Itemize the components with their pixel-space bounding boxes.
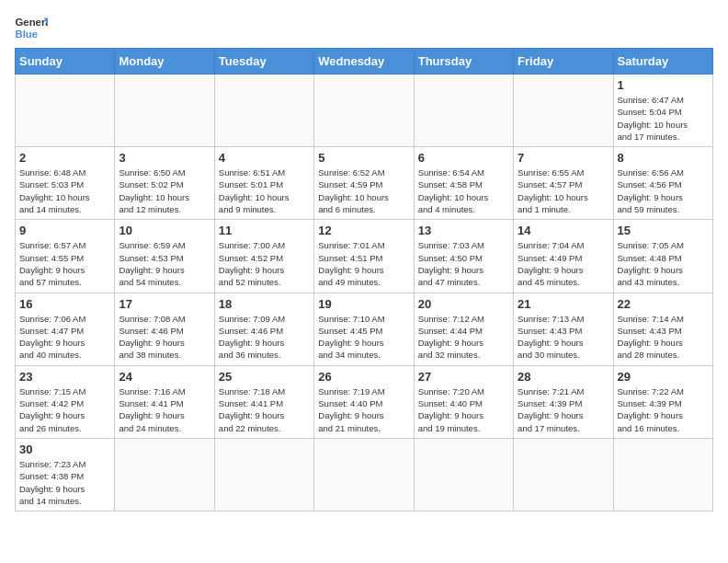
- calendar-cell: [115, 75, 214, 147]
- calendar-cell: 3Sunrise: 6:50 AM Sunset: 5:02 PM Daylig…: [115, 147, 214, 220]
- day-info: Sunrise: 7:05 AM Sunset: 4:48 PM Dayligh…: [618, 239, 709, 288]
- calendar-cell: 24Sunrise: 7:16 AM Sunset: 4:41 PM Dayli…: [115, 365, 214, 438]
- day-info: Sunrise: 6:47 AM Sunset: 5:04 PM Dayligh…: [618, 94, 709, 143]
- day-number: 13: [418, 224, 509, 237]
- calendar-cell: 26Sunrise: 7:19 AM Sunset: 4:40 PM Dayli…: [314, 365, 414, 438]
- weekday-header-sunday: Sunday: [16, 49, 115, 75]
- calendar-cell: 8Sunrise: 6:56 AM Sunset: 4:56 PM Daylig…: [613, 147, 712, 220]
- weekday-header-row: SundayMondayTuesdayWednesdayThursdayFrid…: [16, 49, 713, 75]
- day-number: 30: [19, 442, 110, 456]
- calendar-cell: [314, 438, 414, 511]
- calendar-cell: 19Sunrise: 7:10 AM Sunset: 4:45 PM Dayli…: [314, 293, 414, 365]
- calendar-cell: [514, 438, 613, 511]
- day-number: 29: [618, 370, 709, 384]
- day-info: Sunrise: 7:16 AM Sunset: 4:41 PM Dayligh…: [119, 385, 210, 434]
- day-number: 21: [518, 297, 609, 311]
- day-info: Sunrise: 7:22 AM Sunset: 4:39 PM Dayligh…: [618, 385, 709, 434]
- day-info: Sunrise: 7:18 AM Sunset: 4:41 PM Dayligh…: [219, 385, 310, 434]
- day-info: Sunrise: 7:00 AM Sunset: 4:52 PM Dayligh…: [219, 239, 310, 288]
- calendar-cell: 11Sunrise: 7:00 AM Sunset: 4:52 PM Dayli…: [214, 220, 313, 293]
- day-number: 16: [19, 297, 110, 311]
- calendar-cell: 5Sunrise: 6:52 AM Sunset: 4:59 PM Daylig…: [314, 147, 414, 220]
- calendar-cell: 7Sunrise: 6:55 AM Sunset: 4:57 PM Daylig…: [514, 147, 613, 220]
- calendar-cell: 25Sunrise: 7:18 AM Sunset: 4:41 PM Dayli…: [214, 365, 313, 438]
- day-number: 15: [618, 224, 709, 237]
- calendar-cell: [414, 438, 513, 511]
- day-number: 10: [119, 224, 210, 237]
- day-info: Sunrise: 7:09 AM Sunset: 4:46 PM Dayligh…: [219, 313, 310, 362]
- calendar-cell: [414, 75, 513, 147]
- calendar-cell: [314, 75, 414, 147]
- day-info: Sunrise: 6:59 AM Sunset: 4:53 PM Dayligh…: [119, 239, 210, 288]
- calendar-cell: 16Sunrise: 7:06 AM Sunset: 4:47 PM Dayli…: [16, 293, 115, 365]
- calendar-cell: [214, 438, 313, 511]
- week-row-2: 9Sunrise: 6:57 AM Sunset: 4:55 PM Daylig…: [16, 220, 713, 293]
- calendar-cell: 21Sunrise: 7:13 AM Sunset: 4:43 PM Dayli…: [514, 293, 613, 365]
- day-number: 26: [318, 370, 409, 384]
- calendar-cell: 18Sunrise: 7:09 AM Sunset: 4:46 PM Dayli…: [214, 293, 313, 365]
- calendar-cell: [115, 438, 214, 511]
- calendar-cell: 1Sunrise: 6:47 AM Sunset: 5:04 PM Daylig…: [613, 75, 712, 147]
- calendar-cell: 28Sunrise: 7:21 AM Sunset: 4:39 PM Dayli…: [514, 365, 613, 438]
- day-number: 6: [418, 151, 509, 165]
- day-info: Sunrise: 7:01 AM Sunset: 4:51 PM Dayligh…: [318, 239, 409, 288]
- day-info: Sunrise: 7:19 AM Sunset: 4:40 PM Dayligh…: [318, 385, 409, 434]
- day-number: 4: [219, 151, 310, 165]
- week-row-3: 16Sunrise: 7:06 AM Sunset: 4:47 PM Dayli…: [16, 293, 713, 365]
- day-info: Sunrise: 7:10 AM Sunset: 4:45 PM Dayligh…: [318, 313, 409, 362]
- calendar-cell: 4Sunrise: 6:51 AM Sunset: 5:01 PM Daylig…: [214, 147, 313, 220]
- calendar-cell: 15Sunrise: 7:05 AM Sunset: 4:48 PM Dayli…: [613, 220, 712, 293]
- day-info: Sunrise: 6:51 AM Sunset: 5:01 PM Dayligh…: [219, 167, 310, 215]
- logo: General Blue: [15, 15, 48, 40]
- calendar-cell: [16, 75, 115, 147]
- generalblue-logo-icon: General Blue: [15, 15, 48, 40]
- calendar-cell: 13Sunrise: 7:03 AM Sunset: 4:50 PM Dayli…: [414, 220, 513, 293]
- day-number: 5: [318, 151, 409, 165]
- day-info: Sunrise: 7:08 AM Sunset: 4:46 PM Dayligh…: [119, 313, 210, 362]
- day-number: 28: [518, 370, 609, 384]
- day-number: 14: [518, 224, 609, 237]
- day-number: 25: [219, 370, 310, 384]
- svg-text:Blue: Blue: [16, 29, 39, 40]
- day-number: 8: [618, 151, 709, 165]
- day-number: 9: [19, 224, 110, 237]
- calendar-table: SundayMondayTuesdayWednesdayThursdayFrid…: [15, 48, 713, 511]
- day-number: 19: [318, 297, 409, 311]
- calendar-cell: 23Sunrise: 7:15 AM Sunset: 4:42 PM Dayli…: [16, 365, 115, 438]
- week-row-0: 1Sunrise: 6:47 AM Sunset: 5:04 PM Daylig…: [16, 75, 713, 147]
- day-info: Sunrise: 6:56 AM Sunset: 4:56 PM Dayligh…: [618, 167, 709, 215]
- weekday-header-tuesday: Tuesday: [214, 49, 313, 75]
- day-info: Sunrise: 6:48 AM Sunset: 5:03 PM Dayligh…: [19, 167, 110, 215]
- weekday-header-monday: Monday: [115, 49, 214, 75]
- calendar-cell: 20Sunrise: 7:12 AM Sunset: 4:44 PM Dayli…: [414, 293, 513, 365]
- calendar-cell: 2Sunrise: 6:48 AM Sunset: 5:03 PM Daylig…: [16, 147, 115, 220]
- calendar-cell: 27Sunrise: 7:20 AM Sunset: 4:40 PM Dayli…: [414, 365, 513, 438]
- day-number: 22: [618, 297, 709, 311]
- day-info: Sunrise: 7:20 AM Sunset: 4:40 PM Dayligh…: [418, 385, 509, 434]
- weekday-header-saturday: Saturday: [613, 49, 712, 75]
- weekday-header-wednesday: Wednesday: [314, 49, 414, 75]
- day-info: Sunrise: 6:52 AM Sunset: 4:59 PM Dayligh…: [318, 167, 409, 215]
- calendar-cell: 22Sunrise: 7:14 AM Sunset: 4:43 PM Dayli…: [613, 293, 712, 365]
- day-number: 2: [19, 151, 110, 165]
- calendar-cell: [514, 75, 613, 147]
- day-info: Sunrise: 7:13 AM Sunset: 4:43 PM Dayligh…: [518, 313, 609, 362]
- day-info: Sunrise: 6:50 AM Sunset: 5:02 PM Dayligh…: [119, 167, 210, 215]
- weekday-header-friday: Friday: [514, 49, 613, 75]
- day-number: 11: [219, 224, 310, 237]
- week-row-4: 23Sunrise: 7:15 AM Sunset: 4:42 PM Dayli…: [16, 365, 713, 438]
- day-number: 18: [219, 297, 310, 311]
- calendar-cell: 12Sunrise: 7:01 AM Sunset: 4:51 PM Dayli…: [314, 220, 414, 293]
- day-info: Sunrise: 7:23 AM Sunset: 4:38 PM Dayligh…: [19, 458, 110, 507]
- day-number: 1: [618, 78, 709, 92]
- day-info: Sunrise: 6:55 AM Sunset: 4:57 PM Dayligh…: [518, 167, 609, 215]
- calendar-cell: 29Sunrise: 7:22 AM Sunset: 4:39 PM Dayli…: [613, 365, 712, 438]
- calendar-cell: 9Sunrise: 6:57 AM Sunset: 4:55 PM Daylig…: [16, 220, 115, 293]
- day-info: Sunrise: 7:03 AM Sunset: 4:50 PM Dayligh…: [418, 239, 509, 288]
- day-info: Sunrise: 7:12 AM Sunset: 4:44 PM Dayligh…: [418, 313, 509, 362]
- day-number: 3: [119, 151, 210, 165]
- day-info: Sunrise: 6:57 AM Sunset: 4:55 PM Dayligh…: [19, 239, 110, 288]
- calendar-cell: 14Sunrise: 7:04 AM Sunset: 4:49 PM Dayli…: [514, 220, 613, 293]
- day-number: 7: [518, 151, 609, 165]
- day-number: 23: [19, 370, 110, 384]
